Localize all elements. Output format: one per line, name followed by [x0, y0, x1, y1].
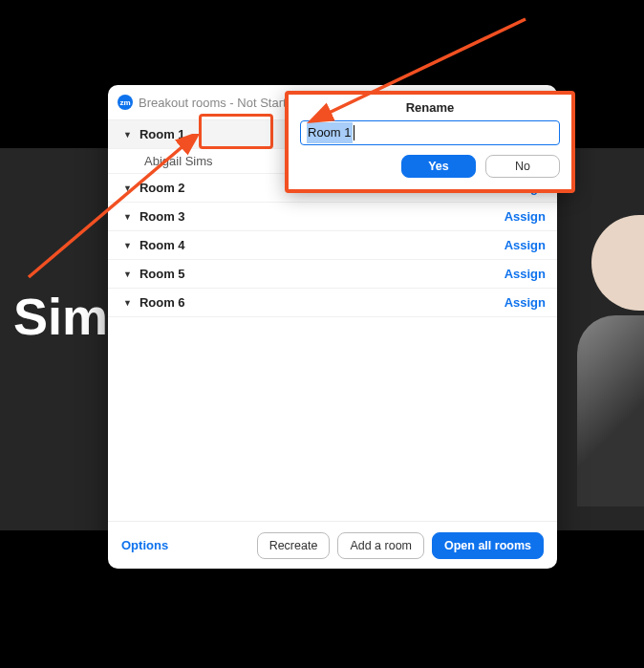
rename-actions: Yes No	[300, 155, 560, 178]
chevron-down-icon[interactable]: ▼	[123, 298, 132, 308]
assign-link[interactable]: Assign	[504, 267, 546, 281]
zoom-app-icon: zm	[118, 95, 133, 110]
room-row-6[interactable]: ▼ Room 6 Assign	[108, 289, 557, 317]
dialog-footer: Options Recreate Add a room Open all roo…	[108, 521, 557, 569]
room-row-4[interactable]: ▼ Room 4 Assign	[108, 231, 557, 260]
participant-name: Abigail Sims	[144, 154, 213, 168]
options-link[interactable]: Options	[121, 538, 249, 552]
room-row-5[interactable]: ▼ Room 5 Assign	[108, 260, 557, 289]
no-button[interactable]: No	[485, 155, 560, 178]
room-row-3[interactable]: ▼ Room 3 Assign	[108, 203, 557, 231]
rename-popup-title: Rename	[300, 100, 560, 115]
chevron-down-icon[interactable]: ▼	[123, 212, 132, 222]
assign-link[interactable]: Assign	[504, 238, 546, 252]
assign-link[interactable]: Assign	[504, 295, 546, 310]
yes-button[interactable]: Yes	[401, 155, 476, 178]
open-all-rooms-button[interactable]: Open all rooms	[432, 532, 544, 559]
dialog-title: Breakout rooms - Not Started	[139, 96, 300, 110]
room-name: Room 4	[140, 238, 504, 252]
background-text: Sim	[13, 287, 108, 346]
chevron-down-icon[interactable]: ▼	[123, 130, 132, 140]
text-cursor	[354, 125, 354, 140]
room-name: Room 3	[140, 209, 504, 224]
rename-input-value: Room 1	[307, 122, 353, 143]
chevron-down-icon[interactable]: ▼	[123, 183, 132, 193]
rename-input[interactable]: Room 1	[300, 120, 560, 145]
recreate-button[interactable]: Recreate	[257, 532, 331, 559]
assign-link[interactable]: Assign	[504, 209, 546, 224]
rename-popup: Rename Room 1 Yes No	[285, 91, 575, 193]
room-name: Room 6	[140, 295, 504, 310]
background-person	[577, 315, 644, 506]
add-room-button[interactable]: Add a room	[337, 532, 424, 559]
room-name: Room 5	[140, 267, 504, 281]
chevron-down-icon[interactable]: ▼	[123, 269, 132, 279]
chevron-down-icon[interactable]: ▼	[123, 241, 132, 250]
